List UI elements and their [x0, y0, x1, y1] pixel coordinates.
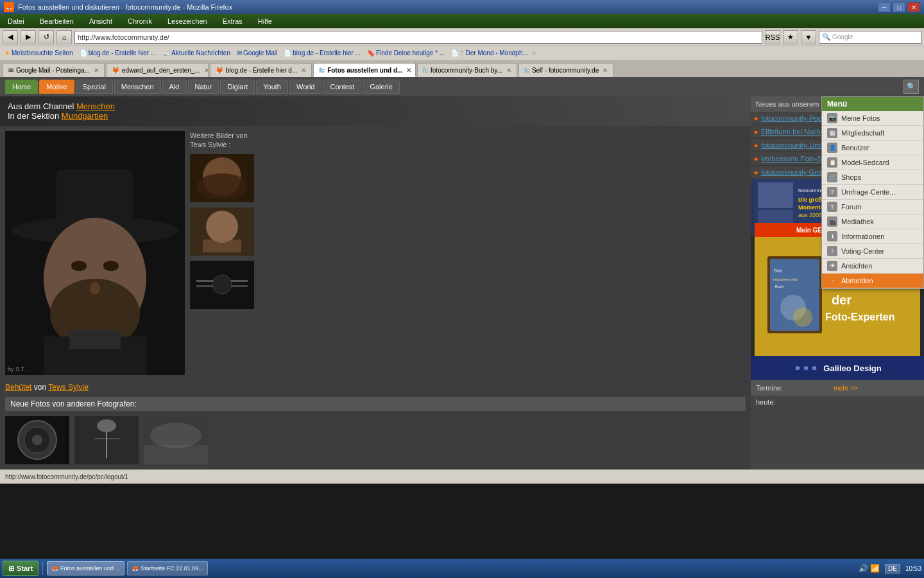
menu-bearbeiten[interactable]: Bearbeiten: [37, 16, 76, 26]
text-icon: T: [827, 202, 837, 212]
tab-4[interactable]: fc fotocommunity-Buch by... ✕: [417, 63, 517, 77]
nav-digiart[interactable]: Digiart: [220, 80, 255, 94]
svg-point-19: [212, 275, 232, 294]
dropdown-benutzer[interactable]: 👤 Benutzer: [822, 141, 923, 155]
svg-text:Das: Das: [774, 268, 782, 273]
dropdown-shops[interactable]: 🛒 Shops: [822, 170, 923, 185]
nav-search-button[interactable]: 🔍: [903, 80, 919, 94]
nav-galerie[interactable]: Galerie: [363, 80, 399, 94]
channel-name[interactable]: Menschen: [76, 101, 115, 111]
tab-close-4[interactable]: ✕: [506, 67, 511, 74]
bookmark-4[interactable]: 📄 blog.de - Erstelle hier ...: [282, 49, 363, 57]
menu-extras[interactable]: Extras: [220, 16, 245, 26]
termine-title: Termine:: [756, 384, 783, 392]
nav-contest[interactable]: Contest: [323, 80, 361, 94]
tab-close-5[interactable]: ✕: [603, 67, 608, 74]
main-photo[interactable]: by S.T.: [5, 131, 185, 375]
tab-icon-0: ✉: [8, 67, 13, 74]
title-bar: 🦊 Fotos ausstellen und diskutieren - fot…: [0, 0, 924, 14]
bookmark-6[interactable]: 📄 :: Der Mond - Mondph...: [449, 49, 530, 57]
dropdown-abmelden[interactable]: → Abmelden: [822, 274, 923, 288]
nav-youth[interactable]: Youth: [256, 80, 288, 94]
nav-world[interactable]: World: [289, 80, 322, 94]
tab-2[interactable]: 🦊 blog.de - Erstelle hier d... ✕: [210, 63, 312, 77]
bookmark-2[interactable]: 📰 Aktuelle Nachrichten: [160, 49, 232, 57]
search-bar[interactable]: 🔍 Google: [819, 31, 921, 44]
termine-mehr[interactable]: mehr >>: [834, 385, 857, 392]
bookmark-1[interactable]: 📄 blog.de - Erstelle hier ...: [78, 49, 158, 57]
svg-text:-Buch: -Buch: [774, 285, 784, 288]
tab-0[interactable]: ✉ Google Mail - Posteinga... ✕: [3, 63, 105, 77]
svg-rect-33: [758, 182, 793, 208]
dropdown-ansichten[interactable]: 👁 Ansichten: [822, 259, 923, 274]
user-icon: 👤: [827, 143, 837, 153]
photo-author-link[interactable]: Tews Sylvie: [48, 383, 89, 392]
home-button[interactable]: ⌂: [56, 30, 72, 44]
menu-hilfe[interactable]: Hilfe: [255, 16, 275, 26]
tab-close-1[interactable]: ✕: [204, 67, 209, 74]
bookmark-0[interactable]: ★ Meistbesuchte Seiten: [3, 49, 75, 57]
tab-1[interactable]: 🦊 edward_auf_den_ersten_... ✕: [106, 63, 209, 77]
reload-button[interactable]: ↺: [38, 30, 54, 44]
dropdown-informationen[interactable]: ℹ Informationen: [822, 229, 923, 244]
svg-point-58: [793, 308, 812, 327]
start-button[interactable]: ⊞ Start: [3, 561, 38, 576]
section-prefix: In der Sektion: [8, 111, 59, 121]
tools-button[interactable]: ▼: [801, 30, 816, 44]
bookmark-star[interactable]: ★: [783, 30, 798, 44]
maximize-button[interactable]: □: [893, 2, 905, 12]
main-photo-image: [5, 131, 185, 375]
bookmark-5[interactable]: 🔖 Finde Deine heutige * ...: [365, 49, 447, 57]
thumbnail-3[interactable]: [190, 261, 254, 309]
photo-title-link[interactable]: Behütet: [5, 383, 31, 392]
taskbar-icon-0: 🦊: [51, 565, 58, 572]
photo-caption: Behütet von Tews Sylvie: [0, 380, 751, 397]
page-icon-3: 📄: [284, 49, 291, 57]
dropdown-mitgliedschaft[interactable]: ▦ Mitgliedschaft: [822, 126, 923, 141]
address-bar[interactable]: http://www.fotocommunity.de/: [74, 31, 762, 44]
dropdown-meine-fotos[interactable]: 📷 Meine Fotos: [822, 111, 923, 126]
dropdown-mediathek[interactable]: 🎬 Mediathek: [822, 215, 923, 229]
menu-datei[interactable]: Datei: [5, 16, 27, 26]
minimize-button[interactable]: ─: [878, 2, 891, 12]
nav-natur[interactable]: Natur: [188, 80, 219, 94]
back-button[interactable]: ◀: [3, 30, 18, 44]
more-bookmarks[interactable]: »: [533, 49, 536, 57]
bookmarks-bar: ★ Meistbesuchte Seiten 📄 blog.de - Erste…: [0, 46, 924, 60]
channel-prefix: Aus dem Channel: [8, 101, 74, 111]
menu-ansicht[interactable]: Ansicht: [87, 16, 115, 26]
dropdown-model-sedcard[interactable]: 📋 Model-Sedcard: [822, 155, 923, 170]
close-button[interactable]: ✕: [907, 2, 920, 12]
tab-5[interactable]: fc Self - fotocommunity.de ✕: [518, 63, 613, 77]
section-name[interactable]: Mundpartien: [62, 111, 108, 121]
nav-menschen[interactable]: Menschen: [114, 80, 161, 94]
system-clock: 10:53: [905, 565, 921, 572]
new-thumb-1[interactable]: [5, 416, 69, 464]
dropdown-forum[interactable]: T Forum: [822, 200, 923, 215]
taskbar: ⊞ Start 🦊 Fotos ausstellen und ... 🦊 Sta…: [0, 559, 924, 578]
new-thumb-2[interactable]: [74, 416, 139, 464]
nav-akt[interactable]: Akt: [162, 80, 187, 94]
nav-motive[interactable]: Motive: [39, 80, 74, 94]
menu-lesezeichen[interactable]: Lesezeichen: [165, 16, 210, 26]
dropdown-voting[interactable]: ! Voting-Center: [822, 244, 923, 259]
tab-close-3[interactable]: ✕: [406, 67, 411, 74]
language-button[interactable]: DE: [885, 564, 900, 574]
tab-close-0[interactable]: ✕: [94, 67, 99, 74]
rss-button[interactable]: RSS: [765, 30, 780, 44]
bookmark-3[interactable]: ✉ Google Mail: [235, 49, 279, 57]
galileo-ad[interactable]: ⚬⚬⚬ Galileo Design: [751, 356, 924, 380]
tab-close-2[interactable]: ✕: [301, 67, 306, 74]
forward-button[interactable]: ▶: [21, 30, 36, 44]
menu-chronik[interactable]: Chronik: [125, 16, 155, 26]
taskbar-btn-0[interactable]: 🦊 Fotos ausstellen und ...: [47, 561, 124, 575]
thumbnail-1[interactable]: [190, 154, 254, 202]
nav-home[interactable]: Home: [5, 80, 38, 94]
dropdown-umfrage[interactable]: ? Umfrage-Cente...: [822, 185, 923, 200]
fc-left-panel: Aus dem Channel Menschen In der Sektion …: [0, 96, 751, 469]
taskbar-btn-1[interactable]: 🦊 Startseite FC 22.01.09...: [127, 561, 208, 575]
new-thumb-3[interactable]: [144, 416, 208, 464]
tab-3[interactable]: fc Fotos ausstellen und d... ✕: [313, 63, 416, 77]
thumbnail-2[interactable]: [190, 207, 254, 256]
nav-spezial[interactable]: Spezial: [76, 80, 113, 94]
